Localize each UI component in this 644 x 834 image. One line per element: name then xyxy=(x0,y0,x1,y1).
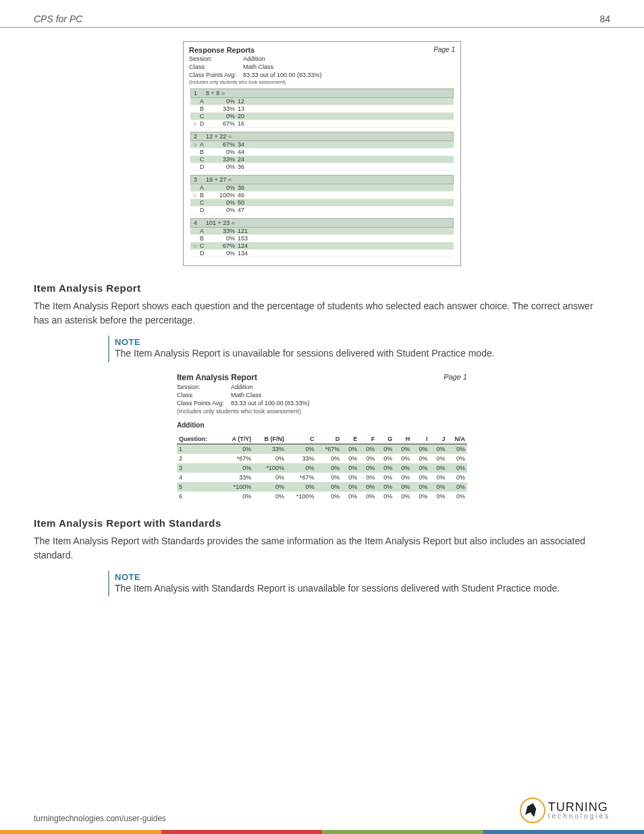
answer-percent: 0% xyxy=(209,184,238,191)
ia-cell: 0% xyxy=(394,463,412,473)
item-analysis-standards-body: The Item Analysis Report with Standards … xyxy=(34,534,610,563)
answer-value: 20 xyxy=(238,113,258,120)
ia-cell: 0% xyxy=(286,482,317,492)
answer-value: 34 xyxy=(238,141,258,148)
ia-session-label: Session: xyxy=(177,384,231,390)
logo-icon xyxy=(520,798,545,823)
ia-cell: 0% xyxy=(253,492,286,501)
question-header: 18 + 8 = xyxy=(190,88,454,98)
ia-column-header: J xyxy=(429,434,447,444)
ia-cell: 0% xyxy=(429,473,447,482)
ia-cell: 0% xyxy=(359,492,377,501)
answer-percent: 0% xyxy=(209,199,238,206)
ia-cell: 0% xyxy=(447,473,467,482)
ia-cell: 0% xyxy=(429,482,447,492)
turning-logo: TURNING technologies xyxy=(520,798,610,823)
answer-percent: 0% xyxy=(209,163,238,170)
item-analysis-note: NOTE The Item Analysis Report is unavail… xyxy=(108,336,610,362)
answer-percent: 67% xyxy=(209,141,238,148)
correct-pointer-icon: ☞ xyxy=(190,142,200,148)
question-header: 4101 + 23 = xyxy=(190,218,454,228)
answer-row: B0%44 xyxy=(190,149,454,156)
answer-row: ☞D67%16 xyxy=(190,120,454,128)
note-head: NOTE xyxy=(115,572,610,582)
ia-cell: 0% xyxy=(377,473,394,482)
logo-text-top: TURNING xyxy=(548,802,610,812)
answer-percent: 33% xyxy=(209,156,238,163)
ia-cell: 33% xyxy=(253,444,286,454)
ia-note: (Includes only students who took assessm… xyxy=(177,408,467,415)
item-analysis-table: Question:A (T/Y)B (F/N)CDEFGHIJN/A 10%33… xyxy=(177,434,467,501)
ia-cell: 0% xyxy=(394,444,412,454)
ia-cell: 0% xyxy=(447,454,467,463)
ia-row: 60%0%*100%0%0%0%0%0%0%0%0% xyxy=(177,492,467,501)
item-analysis-standards-heading: Item Analysis Report with Standards xyxy=(34,517,610,529)
class-label: Class: xyxy=(189,63,243,70)
ia-column-header: I xyxy=(412,434,429,444)
ia-column-header: A (T/Y) xyxy=(221,434,254,444)
ia-row: 10%33%0%*67%0%0%0%0%0%0%0% xyxy=(177,444,467,454)
correct-pointer-icon: ☞ xyxy=(190,192,200,199)
answer-row: D0%36 xyxy=(190,163,454,171)
page-header: CPS for PC 84 xyxy=(0,0,644,28)
ia-cell: 0% xyxy=(316,482,342,492)
ia-cell: 0% xyxy=(359,454,377,463)
answer-row: ☞A67%34 xyxy=(190,141,454,149)
ia-cell: 0% xyxy=(342,444,359,454)
answer-row: D0%47 xyxy=(190,207,454,214)
answer-row: C33%24 xyxy=(190,156,454,163)
ia-cell: 33% xyxy=(221,473,254,482)
question-number: 1 xyxy=(194,90,206,97)
answer-letter: D xyxy=(200,120,209,127)
answer-letter: A xyxy=(200,98,209,105)
ia-column-header: D xyxy=(316,434,342,444)
ia-title: Item Analysis Report xyxy=(177,373,257,382)
answer-row: D0%134 xyxy=(190,250,454,257)
answer-percent: 0% xyxy=(209,207,238,213)
ia-page: Page 1 xyxy=(444,373,467,381)
answer-letter: B xyxy=(200,149,209,155)
response-report-figure: Response Reports Page 1 Session:Addition… xyxy=(183,41,461,266)
ia-cell: 0% xyxy=(316,454,342,463)
ia-column-header: G xyxy=(377,434,394,444)
ia-cell: 0% xyxy=(394,482,412,492)
question-text: 101 + 23 = xyxy=(206,219,235,226)
note-body: The Item Analysis with Standards Report … xyxy=(115,582,610,596)
ia-cell: 4 xyxy=(177,473,221,482)
ia-cell: 0% xyxy=(342,454,359,463)
answer-row: A33%121 xyxy=(190,228,454,235)
question-block: 18 + 8 =A0%12B33%13C0%20☞D67%16 xyxy=(190,88,454,128)
ia-column-header: E xyxy=(342,434,359,444)
answer-value: 134 xyxy=(238,250,258,257)
question-number: 4 xyxy=(194,219,206,226)
answer-percent: 0% xyxy=(209,235,238,242)
ia-cell: 0% xyxy=(412,444,429,454)
answer-value: 13 xyxy=(238,105,258,112)
answer-value: 121 xyxy=(238,228,258,234)
ia-class-value: Math Class xyxy=(231,392,261,398)
ia-cell: *100% xyxy=(221,482,254,492)
ia-cell: *67% xyxy=(221,454,254,463)
question-number: 3 xyxy=(194,176,206,183)
answer-letter: A xyxy=(200,228,209,234)
ia-cell: *67% xyxy=(316,444,342,454)
ia-avg-value: 83.33 out of 100.00 (83.33%) xyxy=(231,400,310,407)
header-page-number: 84 xyxy=(599,14,610,24)
question-text: 12 + 22 = xyxy=(206,133,232,140)
answer-value: 12 xyxy=(238,98,258,105)
ia-cell: *67% xyxy=(286,473,317,482)
page-footer: turningtechnologies.com/user-guides TURN… xyxy=(0,798,644,834)
answer-percent: 67% xyxy=(209,242,238,249)
ia-column-header: F xyxy=(359,434,377,444)
answer-value: 153 xyxy=(238,235,258,242)
ia-cell: 0% xyxy=(286,444,317,454)
ia-class-label: Class: xyxy=(177,392,231,398)
ia-cell: 0% xyxy=(342,463,359,473)
question-block: 212 + 22 =☞A67%34B0%44C33%24D0%36 xyxy=(190,132,454,171)
ia-cell: 0% xyxy=(429,463,447,473)
question-text: 19 + 27 = xyxy=(206,176,232,183)
response-report-page: Page 1 xyxy=(433,46,455,53)
header-title: CPS for PC xyxy=(34,14,82,24)
item-analysis-heading: Item Analysis Report xyxy=(34,282,610,294)
avg-value: 83.33 out of 100.00 (83.33%) xyxy=(243,72,322,78)
